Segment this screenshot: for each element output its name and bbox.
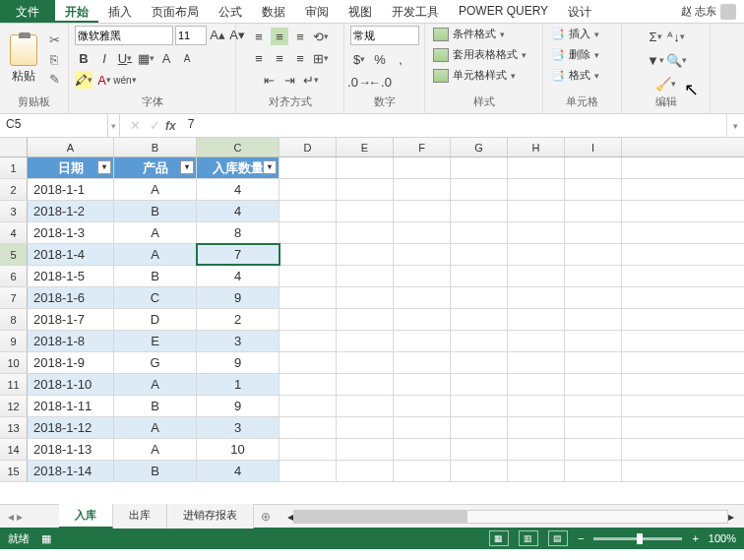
cell-A14[interactable]: 2018-1-13: [28, 439, 114, 460]
font-color-icon[interactable]: A: [95, 71, 113, 89]
row-1[interactable]: 1: [0, 157, 28, 178]
cell-A13[interactable]: 2018-1-12: [28, 417, 114, 438]
phonetic-icon[interactable]: wén: [116, 71, 134, 89]
tab-pquery[interactable]: POWER QUERY: [449, 0, 558, 23]
cut-icon[interactable]: ✂: [45, 31, 63, 47]
cancel-edit-icon[interactable]: ✕: [126, 117, 144, 135]
row-5[interactable]: 5: [0, 244, 28, 265]
cell-A10[interactable]: 2018-1-9: [28, 352, 114, 373]
cell-B12[interactable]: B: [114, 396, 197, 416]
fill-icon[interactable]: ▼: [647, 51, 664, 69]
cell-B13[interactable]: A: [114, 417, 197, 438]
col-A[interactable]: A: [28, 138, 114, 156]
zoom-in-icon[interactable]: +: [692, 532, 698, 544]
tab-dev[interactable]: 开发工具: [382, 0, 449, 23]
row-8[interactable]: 8: [0, 309, 28, 330]
sheet-nav[interactable]: ◂ ▸: [0, 510, 59, 524]
row-14[interactable]: 14: [0, 439, 28, 460]
col-E[interactable]: E: [337, 138, 394, 156]
row-4[interactable]: 4: [0, 222, 28, 243]
cell-A7[interactable]: 2018-1-6: [28, 287, 114, 308]
tab-home[interactable]: 开始: [55, 0, 98, 23]
filter-qty-icon[interactable]: ▾: [263, 160, 277, 174]
fx-icon[interactable]: fx: [165, 119, 176, 133]
cell-C7[interactable]: 9: [197, 287, 279, 308]
cell-B14[interactable]: A: [114, 439, 197, 460]
merge-icon[interactable]: ⊞: [312, 49, 330, 67]
view-break-icon[interactable]: ▤: [548, 530, 568, 546]
large-a-icon[interactable]: A: [157, 49, 175, 67]
format-cells-button[interactable]: 📑 格式: [549, 67, 601, 84]
align-left-icon[interactable]: ≡: [250, 49, 268, 67]
align-center-icon[interactable]: ≡: [271, 49, 288, 67]
zoom-slider[interactable]: [593, 537, 682, 540]
view-normal-icon[interactable]: ▦: [489, 530, 509, 546]
cell-B2[interactable]: A: [114, 179, 197, 200]
italic-icon[interactable]: I: [95, 49, 113, 67]
bold-icon[interactable]: B: [75, 49, 93, 67]
autosum-icon[interactable]: Σ: [647, 28, 664, 45]
grow-font-icon[interactable]: A▴: [209, 26, 226, 43]
col-D[interactable]: D: [279, 138, 337, 156]
row-13[interactable]: 13: [0, 417, 28, 438]
cond-format-button[interactable]: 条件格式: [431, 26, 507, 42]
view-layout-icon[interactable]: ▥: [519, 530, 538, 546]
sheet-tab-1[interactable]: 出库: [113, 504, 167, 529]
currency-icon[interactable]: $: [350, 50, 368, 68]
cell-B4[interactable]: A: [114, 222, 197, 243]
align-right-icon[interactable]: ≡: [291, 49, 309, 67]
row-9[interactable]: 9: [0, 331, 28, 351]
cell-C14[interactable]: 10: [197, 439, 279, 460]
cell-A6[interactable]: 2018-1-5: [28, 266, 114, 286]
cell-C11[interactable]: 1: [197, 374, 279, 395]
clear-icon[interactable]: 🧹: [657, 75, 675, 93]
cell-B15[interactable]: B: [114, 461, 197, 481]
h-scrollbar[interactable]: ◂ ▸: [287, 510, 734, 524]
cell-B7[interactable]: C: [114, 287, 197, 308]
cell-A4[interactable]: 2018-1-3: [28, 222, 114, 243]
filter-prod-icon[interactable]: ▾: [180, 160, 194, 174]
zoom-out-icon[interactable]: −: [578, 532, 584, 544]
row-10[interactable]: 10: [0, 352, 28, 373]
macro-rec-icon[interactable]: ▦: [41, 532, 51, 545]
tab-view[interactable]: 视图: [339, 0, 382, 23]
align-middle-icon[interactable]: ≡: [271, 28, 288, 45]
cell-A12[interactable]: 2018-1-11: [28, 396, 114, 416]
cell-B9[interactable]: E: [114, 331, 197, 351]
dec-decimal-icon[interactable]: ←.0: [371, 73, 389, 91]
cell-A8[interactable]: 2018-1-7: [28, 309, 114, 330]
cell-C15[interactable]: 4: [197, 461, 279, 481]
row-6[interactable]: 6: [0, 266, 28, 286]
col-B[interactable]: B: [114, 138, 197, 156]
cell-C4[interactable]: 8: [197, 222, 279, 243]
tab-data[interactable]: 数据: [252, 0, 295, 23]
align-top-icon[interactable]: ≡: [250, 28, 268, 45]
table-format-button[interactable]: 套用表格格式: [431, 46, 528, 63]
percent-icon[interactable]: %: [371, 50, 389, 68]
scroll-right-icon[interactable]: ▸: [728, 510, 734, 524]
filter-date-icon[interactable]: ▾: [97, 160, 111, 174]
row-11[interactable]: 11: [0, 374, 28, 395]
th-date[interactable]: 日期▾: [28, 157, 114, 178]
grid[interactable]: A B C D E F G H I 1 日期▾ 产品▾ 入库数量▾ 2 2018…: [0, 138, 744, 504]
col-I[interactable]: I: [565, 138, 622, 156]
cell-C8[interactable]: 2: [197, 309, 279, 330]
orientation-icon[interactable]: ⟲: [312, 28, 330, 45]
format-painter-icon[interactable]: ✎: [45, 71, 63, 87]
cell-C12[interactable]: 9: [197, 396, 279, 416]
row-3[interactable]: 3: [0, 201, 28, 221]
copy-icon[interactable]: ⎘: [45, 51, 63, 67]
tab-insert[interactable]: 插入: [98, 0, 142, 23]
insert-cells-button[interactable]: 📑 插入: [549, 26, 601, 42]
th-qty[interactable]: 入库数量▾: [197, 157, 279, 178]
tab-formulas[interactable]: 公式: [209, 0, 252, 23]
cell-B6[interactable]: B: [114, 266, 197, 286]
font-size-select[interactable]: [175, 26, 207, 45]
col-G[interactable]: G: [451, 138, 508, 156]
cell-B3[interactable]: B: [114, 201, 197, 221]
cell-style-button[interactable]: 单元格样式: [431, 67, 518, 84]
small-a-icon[interactable]: A: [178, 49, 196, 67]
confirm-edit-icon[interactable]: ✓: [146, 117, 163, 135]
tab-review[interactable]: 审阅: [295, 0, 339, 23]
wrap-icon[interactable]: ↵: [302, 71, 320, 89]
